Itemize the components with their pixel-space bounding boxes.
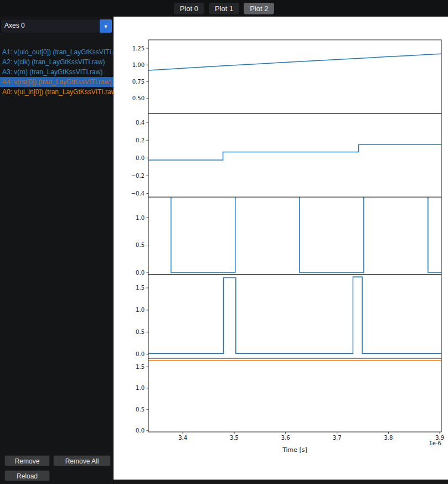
y-tick-label: 1.25 (132, 45, 145, 52)
x-axis-offset-label: 1e-6 (429, 440, 442, 446)
y-tick-label: 0.5 (136, 329, 145, 335)
y-tick-label: −0.2 (131, 173, 145, 179)
y-tick-label: 0.2 (136, 137, 145, 143)
y-tick-label: 1.5 (136, 285, 145, 291)
plot-figure: 0.500.751.001.25−0.4−0.20.00.20.40.00.51… (114, 17, 448, 480)
y-tick-label: 1.0 (136, 385, 145, 391)
subplot-4: 0.00.51.01.5 (136, 275, 441, 358)
x-tick-label: 3.5 (230, 435, 239, 441)
y-tick-label: 0.0 (136, 155, 145, 161)
tab-plot-1[interactable]: Plot 1 (209, 3, 239, 14)
remove-button[interactable]: Remove (4, 455, 50, 466)
signal-list-item[interactable]: A4: v(rst[0]) (tran_LayGtKssVITI.raw) (0, 77, 114, 87)
y-tick-label: 1.0 (136, 307, 145, 313)
reload-button[interactable]: Reload (4, 470, 50, 481)
subplot-1: 0.500.751.001.25 (132, 40, 441, 114)
subplot-5: 0.00.51.01.5 (136, 358, 441, 434)
x-tick-label: 3.6 (281, 435, 290, 441)
y-tick-label: 1.00 (132, 62, 145, 68)
y-tick-label: 1.0 (136, 215, 145, 221)
chevron-down-icon[interactable]: ▾ (100, 19, 112, 33)
y-tick-label: 0.50 (132, 95, 145, 101)
signal-panel: Axes 0 ▾ A1: v(uio_out[0]) (tran_LayGtKs… (0, 17, 114, 484)
signal-list-item[interactable]: A1: v(uio_out[0]) (tran_LayGtKssVITI.raw… (0, 47, 114, 57)
tab-plot-2[interactable]: Plot 2 (244, 3, 274, 14)
signal-list: A1: v(uio_out[0]) (tran_LayGtKssVITI.raw… (0, 47, 114, 452)
plot-tabbar: Plot 0 Plot 1 Plot 2 (0, 0, 448, 17)
axes-selector[interactable]: Axes 0 ▾ (1, 19, 112, 33)
y-tick-label: −0.4 (131, 190, 145, 197)
signal-list-item[interactable]: A2: v(clk) (tran_LayGtKssVITI.raw) (0, 57, 114, 67)
y-tick-label: 0.4 (136, 120, 145, 126)
x-tick-label: 3.4 (178, 435, 187, 441)
y-tick-label: 0.0 (136, 351, 145, 357)
y-tick-label: 0.75 (132, 79, 145, 85)
subplot-2: −0.4−0.20.00.20.4 (131, 114, 441, 197)
x-tick-label: 3.8 (384, 435, 393, 441)
y-tick-label: 0.0 (136, 428, 145, 434)
remove-all-button[interactable]: Remove All (53, 455, 111, 466)
y-tick-label: 1.5 (136, 364, 145, 370)
y-tick-label: 0.5 (136, 406, 145, 413)
axes-selector-value: Axes 0 (1, 19, 100, 33)
x-axis-label: Time [s] (282, 446, 307, 454)
signal-list-item[interactable]: A0: v(ui_in[0]) (tran_LayGtKssVITI.raw) (0, 87, 114, 97)
plot-canvas[interactable]: 0.500.751.001.25−0.4−0.20.00.20.40.00.51… (114, 17, 448, 480)
tab-plot-0[interactable]: Plot 0 (174, 3, 204, 14)
y-tick-label: 0.0 (136, 270, 145, 276)
y-tick-label: 0.5 (136, 242, 145, 248)
x-tick-label: 3.7 (333, 435, 342, 441)
signal-list-item[interactable]: A3: v(ro) (tran_LayGtKssVITI.raw) (0, 67, 114, 77)
